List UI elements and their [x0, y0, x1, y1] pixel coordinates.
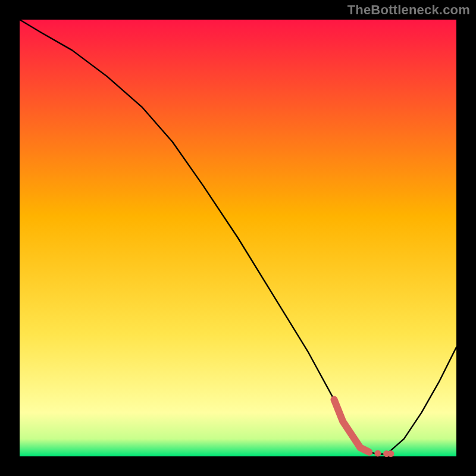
highlight-dot — [374, 450, 381, 456]
bottleneck-chart — [0, 0, 476, 476]
highlight-dot — [366, 449, 372, 455]
highlight-dot — [387, 450, 394, 457]
chart-stage: TheBottleneck.com — [0, 0, 476, 476]
